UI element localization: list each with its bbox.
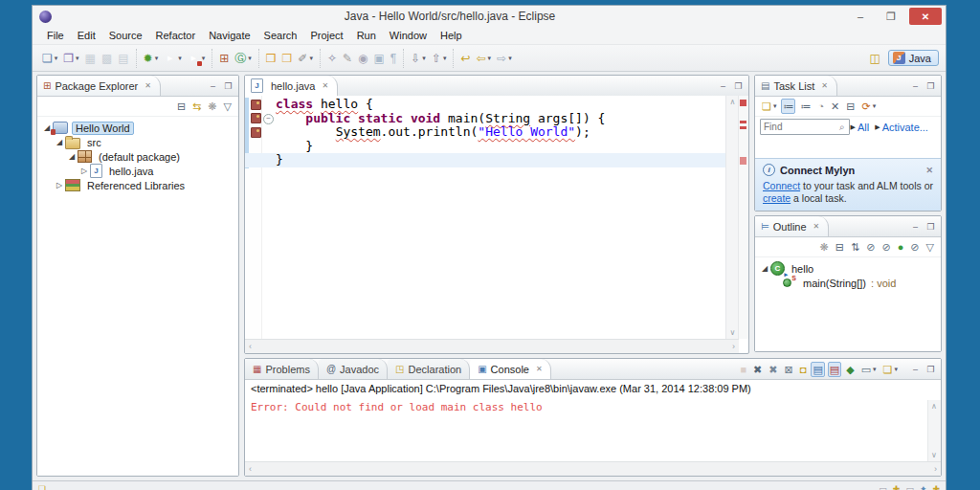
mylyn-link[interactable]: create [763, 192, 791, 204]
link-with-editor-icon[interactable]: ⇆ [190, 99, 203, 114]
hide-static-icon[interactable]: ⊘ [880, 239, 892, 255]
open-perspective-icon[interactable]: ◫ [867, 51, 881, 66]
show-categorized-icon[interactable]: ≔ [781, 99, 795, 114]
scroll-right-icon[interactable]: › [934, 464, 937, 474]
dropdown-arrow-icon[interactable]: ▾ [873, 366, 877, 373]
dropdown-arrow-icon[interactable]: ▾ [773, 102, 777, 110]
close-tab-icon[interactable]: ✕ [813, 222, 820, 231]
console-horizontal-scrollbar[interactable]: ‹ › [245, 461, 941, 476]
menu-help[interactable]: Help [434, 29, 469, 42]
minimize-panel-icon[interactable]: – [910, 81, 921, 91]
scroll-lock-icon[interactable]: ◘ [798, 362, 809, 377]
expand-arrow-icon[interactable]: ▷ [78, 167, 90, 175]
scroll-left-icon[interactable]: ‹ [249, 342, 252, 351]
close-tab-icon[interactable]: ✕ [322, 81, 328, 90]
show-scheduled-icon[interactable]: ≔ [798, 99, 813, 114]
clear-console-icon[interactable]: ⊠ [783, 362, 795, 377]
editor-horizontal-scrollbar[interactable]: ‹ › [245, 339, 739, 353]
code-line[interactable]: class hello { [276, 98, 726, 112]
open-resource-icon[interactable]: ❒ [280, 51, 295, 66]
pin-console-icon[interactable]: ◆ [844, 362, 856, 377]
code-line[interactable]: System.out.println("Hello World"); [276, 125, 726, 140]
menu-window[interactable]: Window [383, 29, 434, 42]
mylyn-link[interactable]: Connect [763, 180, 800, 191]
menu-search[interactable]: Search [257, 29, 304, 42]
highlighter-icon[interactable]: ✐▾ [296, 51, 315, 66]
new-java-package-icon[interactable]: ⊞ [217, 51, 231, 66]
collapse-arrow-icon[interactable]: ◢ [759, 264, 770, 273]
remove-all-launches-icon[interactable]: ✖ [767, 362, 779, 377]
focus-icon[interactable]: ❋ [818, 239, 831, 255]
maximize-button[interactable]: ❐ [879, 8, 903, 25]
run-icon[interactable]: ▶▾ [162, 51, 184, 65]
collapse-all-icon[interactable]: ⊟ [834, 239, 846, 255]
back-icon[interactable]: ⇦▾ [475, 51, 494, 66]
dropdown-arrow-icon[interactable]: ▾ [488, 55, 492, 62]
menu-source[interactable]: Source [102, 29, 149, 42]
collapse-arrow-icon[interactable]: ◢ [54, 138, 65, 146]
tree-item[interactable]: ▷Referenced Libraries [37, 178, 238, 192]
code-line[interactable]: } [276, 140, 726, 154]
minimize-button[interactable]: – [848, 8, 873, 25]
minimize-editor-icon[interactable]: – [718, 81, 728, 91]
maximize-panel-icon[interactable]: ❐ [925, 222, 936, 232]
forward-icon[interactable]: ⇨▾ [495, 51, 514, 66]
prev-annotation-icon[interactable]: ⇧▾ [430, 51, 449, 66]
editor-vertical-scrollbar[interactable]: ∧ ∨ [725, 96, 739, 339]
tab-package-explorer[interactable]: ⊞ Package Explorer ✕ [37, 76, 161, 96]
minimize-panel-icon[interactable]: – [910, 365, 921, 374]
maximize-panel-icon[interactable]: ❐ [925, 81, 936, 91]
collapse-all-icon[interactable]: ⊟ [175, 99, 188, 114]
tab-outline[interactable]: ⊨ Outline ✕ [755, 216, 829, 236]
dropdown-arrow-icon[interactable]: ▾ [55, 55, 58, 62]
hide-non-public-icon[interactable]: ● [896, 239, 906, 255]
tab-declaration[interactable]: ◳Declaration [388, 359, 470, 379]
minimize-panel-icon[interactable]: – [910, 222, 921, 232]
java-perspective-button[interactable]: J Java [888, 50, 939, 66]
hide-local-types-icon[interactable]: ⊘ [908, 239, 921, 255]
overview-ruler[interactable] [738, 96, 748, 339]
tab-javadoc[interactable]: @Javadoc [319, 359, 388, 379]
hide-fields-icon[interactable]: ⊘ [864, 239, 877, 255]
new-wizard-icon[interactable]: ❏▾ [40, 51, 59, 66]
scroll-right-icon[interactable]: › [732, 342, 735, 351]
show-stderr-icon[interactable]: ▤ [828, 362, 841, 377]
view-menu-icon[interactable]: ▽ [924, 239, 936, 255]
tree-item[interactable]: ◢Chello [755, 261, 941, 276]
tree-item[interactable]: ◢src [37, 135, 238, 149]
show-whitespace-icon[interactable]: ¶ [389, 51, 398, 66]
overview-error-mark[interactable] [740, 126, 746, 129]
tree-item[interactable]: ▷main(String[]) : void [755, 276, 941, 290]
code-line[interactable]: } [245, 153, 726, 167]
overview-error-mark[interactable] [740, 157, 746, 165]
dropdown-arrow-icon[interactable]: ▾ [76, 55, 79, 62]
synchronize-icon[interactable]: ⟳▾ [859, 99, 878, 114]
dropdown-arrow-icon[interactable]: ▾ [309, 55, 313, 62]
sort-icon[interactable]: ⇅ [849, 239, 861, 255]
dropdown-arrow-icon[interactable]: ▾ [155, 55, 159, 62]
close-notification-icon[interactable]: ✕ [925, 166, 933, 175]
error-marker-icon[interactable] [251, 113, 261, 123]
tab-task-list[interactable]: ▤ Task List ✕ [755, 76, 837, 96]
code-line[interactable]: public static void main(String args[]) { [276, 112, 726, 126]
dropdown-arrow-icon[interactable]: ▾ [202, 55, 206, 62]
maximize-editor-icon[interactable]: ❐ [733, 81, 744, 91]
tab-hello-java[interactable]: J hello.java ✕ [245, 76, 338, 96]
error-marker-icon[interactable] [251, 100, 261, 110]
menu-edit[interactable]: Edit [71, 29, 102, 42]
search-icon[interactable]: ✧ [325, 51, 339, 66]
tree-item[interactable]: ◢(default package) [37, 149, 238, 164]
format-icon[interactable]: ✎ [341, 51, 354, 66]
view-menu-icon[interactable]: ▽ [222, 99, 234, 114]
tab-problems[interactable]: ▦Problems [245, 359, 319, 379]
console-body[interactable]: <terminated> hello [Java Application] C:… [245, 380, 941, 476]
open-type-icon[interactable]: ❒ [264, 51, 278, 66]
overview-error-mark[interactable] [740, 100, 746, 106]
console-vertical-scrollbar[interactable]: ∧ ∨ [927, 400, 941, 461]
close-tab-icon[interactable]: ✕ [536, 365, 543, 373]
collapse-all-icon[interactable]: ⊟ [844, 99, 857, 114]
expand-arrow-icon[interactable]: ▷ [54, 181, 65, 189]
close-button[interactable]: ✕ [909, 8, 942, 25]
minimize-panel-icon[interactable]: – [208, 81, 218, 91]
remove-launch-icon[interactable]: ✖ [751, 362, 764, 377]
